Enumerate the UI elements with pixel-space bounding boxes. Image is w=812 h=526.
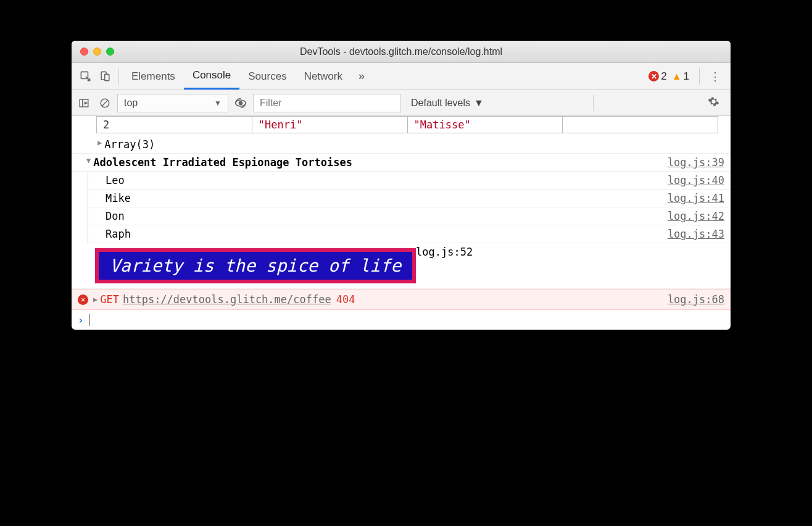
log-levels-selector[interactable]: Default levels ▼ [405,98,490,109]
styled-log-text: Variety is the spice of life [95,248,416,283]
separator [699,69,700,85]
empty-cell [563,117,718,133]
maximize-button[interactable] [106,48,114,56]
expand-icon[interactable]: ▶ [93,295,100,304]
svg-point-8 [239,101,243,105]
source-link[interactable]: log.js:41 [660,192,724,204]
svg-marker-5 [85,102,87,104]
log-text: Don [106,210,125,222]
status-badges: ✕ 2 ▲ 1 [642,70,695,83]
errors-count: 2 [661,70,666,83]
window-title: DevTools - devtools.glitch.me/console/lo… [79,46,723,57]
log-row[interactable]: Don log.js:42 [88,207,731,225]
console-toolbar: top ▼ Default levels ▼ [72,90,731,116]
device-toggle-icon[interactable] [95,67,115,86]
http-status: 404 [336,293,355,306]
error-icon: ✕ [648,71,659,81]
log-row[interactable]: Mike log.js:41 [88,190,731,207]
close-button[interactable] [80,48,88,56]
levels-label: Default levels [411,98,470,109]
tab-sources[interactable]: Sources [239,63,295,90]
table-row[interactable]: 2 "Henri" "Matisse" [97,117,718,133]
first-name-cell: "Henri" [252,117,407,133]
minimize-button[interactable] [93,48,101,56]
http-method: GET [100,293,119,306]
live-expression-icon[interactable] [232,94,249,112]
group-header[interactable]: ▼ Adolescent Irradiated Espionage Tortoi… [72,154,731,172]
log-text: Leo [106,174,125,186]
log-text: Raph [106,228,131,240]
errors-badge[interactable]: ✕ 2 [648,70,666,83]
svg-line-7 [102,100,108,106]
kebab-menu[interactable]: ⋮ [703,70,727,83]
chevron-down-icon: ▼ [474,98,484,109]
log-text: Mike [106,192,131,204]
text-cursor [89,314,89,326]
log-row[interactable]: Leo log.js:40 [88,172,731,190]
tab-console[interactable]: Console [184,63,239,90]
clear-console-icon[interactable] [96,94,114,112]
traffic-lights [80,48,114,56]
group-title: Adolescent Irradiated Espionage Tortoise… [93,156,352,169]
context-selector[interactable]: top ▼ [117,94,228,112]
filter-input[interactable] [253,94,401,112]
collapse-icon[interactable]: ▼ [86,156,93,165]
last-name-cell: "Matisse" [407,117,563,133]
tabs-overflow[interactable]: » [351,70,372,83]
styled-log-row[interactable]: Variety is the spice of life log.js:52 [72,243,731,289]
warnings-badge[interactable]: ▲ 1 [672,70,689,83]
console-table: 2 "Henri" "Matisse" [96,116,718,133]
error-url[interactable]: https://devtools.glitch.me/coffee [123,293,331,306]
error-icon: ✕ [78,294,88,305]
source-link[interactable]: log.js:39 [660,156,724,169]
console-prompt[interactable]: › [72,310,731,330]
source-link[interactable]: log.js:42 [660,210,724,222]
array-row[interactable]: ▶ Array(3) [72,136,731,154]
separator [118,69,119,85]
log-row[interactable]: Raph log.js:43 [88,225,731,243]
source-link[interactable]: log.js:52 [416,246,473,258]
source-link[interactable]: log.js:40 [660,174,724,186]
group-body: Leo log.js:40 Mike log.js:41 Don log.js:… [88,172,731,243]
tab-bar: Elements Console Sources Network » ✕ 2 ▲… [72,63,731,90]
separator [593,95,594,111]
expand-icon[interactable]: ▶ [97,138,104,147]
row-index: 2 [97,117,252,133]
tab-network[interactable]: Network [296,63,351,90]
warning-icon: ▲ [672,71,682,82]
error-row[interactable]: ✕ ▶ GET https://devtools.glitch.me/coffe… [72,289,731,310]
console-output: 2 "Henri" "Matisse" ▶ Array(3) ▼ Adolesc… [72,116,731,330]
warnings-count: 1 [684,70,689,83]
array-label: Array(3) [104,138,155,151]
inspect-icon[interactable] [75,67,95,86]
devtools-window: DevTools - devtools.glitch.me/console/lo… [72,41,731,330]
context-value: top [124,98,138,109]
source-link[interactable]: log.js:68 [668,293,724,306]
sidebar-toggle-icon[interactable] [75,94,93,112]
svg-rect-2 [104,74,109,80]
settings-icon[interactable] [700,96,727,111]
prompt-icon: › [78,314,84,326]
chevron-down-icon: ▼ [214,99,222,107]
titlebar: DevTools - devtools.glitch.me/console/lo… [72,41,731,63]
tab-elements[interactable]: Elements [123,63,184,90]
source-link[interactable]: log.js:43 [660,228,724,240]
